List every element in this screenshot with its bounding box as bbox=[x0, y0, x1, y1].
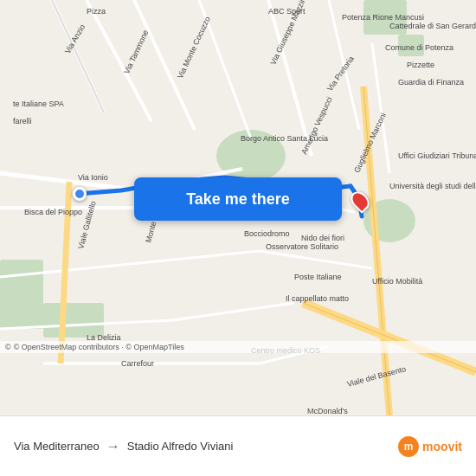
green-area-4 bbox=[363, 199, 415, 242]
green-area-3 bbox=[398, 35, 424, 56]
moovit-logo: m moovit bbox=[398, 436, 462, 457]
moovit-brand: moovit bbox=[422, 440, 462, 453]
green-area-1 bbox=[216, 130, 286, 182]
route-info: Via Mediterraneo → Stadio Alfredo Vivian… bbox=[14, 439, 233, 454]
osm-attribution: © © OpenStreetMap contributors · © OpenM… bbox=[0, 341, 476, 353]
bottom-bar: Via Mediterraneo → Stadio Alfredo Vivian… bbox=[0, 415, 476, 476]
green-area-6 bbox=[0, 260, 43, 329]
origin-marker bbox=[73, 187, 87, 201]
route-from: Via Mediterraneo bbox=[14, 440, 100, 453]
destination-marker bbox=[352, 190, 368, 211]
map-container: PizzaVia AnzioVia TammoneVia Monte Cocuz… bbox=[0, 0, 476, 415]
copyright-icon: © bbox=[5, 343, 11, 351]
green-area-5 bbox=[43, 303, 104, 338]
take-me-there-button[interactable]: Take me there bbox=[134, 177, 342, 221]
route-to: Stadio Alfredo Viviani bbox=[127, 440, 234, 453]
moovit-icon: m bbox=[398, 436, 419, 457]
attribution-text: © OpenStreetMap contributors · © OpenMap… bbox=[14, 343, 184, 351]
green-area-2 bbox=[363, 0, 407, 35]
route-arrow: → bbox=[106, 439, 120, 454]
